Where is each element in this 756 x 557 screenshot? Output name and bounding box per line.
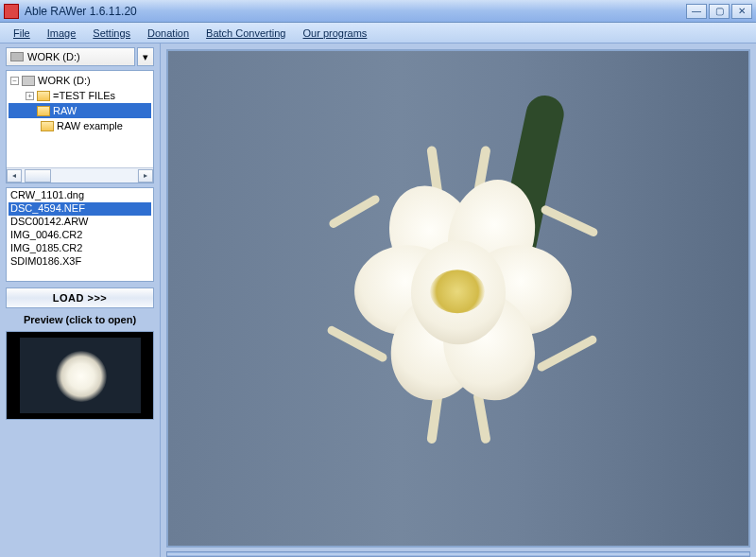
menu-donation[interactable]: Donation bbox=[140, 26, 197, 41]
menu-settings[interactable]: Settings bbox=[85, 26, 138, 41]
image-status-bar bbox=[166, 551, 750, 557]
file-list[interactable]: CRW_1101.dng DSC_4594.NEF DSC00142.ARW I… bbox=[6, 187, 154, 282]
tree-row[interactable]: RAW example bbox=[9, 118, 151, 133]
tree-item-label: =TEST FILEs bbox=[53, 90, 115, 101]
drive-label: WORK (D:) bbox=[27, 51, 80, 62]
chevron-down-icon: ▾ bbox=[143, 51, 148, 63]
tree-row[interactable]: + =TEST FILEs bbox=[9, 88, 151, 103]
main-area bbox=[161, 44, 756, 557]
tree-row-selected[interactable]: + RAW bbox=[9, 103, 151, 118]
drive-icon bbox=[10, 52, 24, 61]
image-content bbox=[298, 131, 619, 453]
menu-our-programs[interactable]: Our programs bbox=[296, 26, 375, 41]
scroll-track[interactable] bbox=[23, 169, 137, 183]
folder-tree[interactable]: − WORK (D:) + =TEST FILEs + RAW RAW exam… bbox=[6, 70, 154, 183]
titlebar[interactable]: Able RAWer 1.6.11.20 — ▢ ✕ bbox=[0, 0, 756, 23]
scroll-left-button[interactable]: ◂ bbox=[7, 169, 22, 183]
left-panel: WORK (D:) ▾ − WORK (D:) + =TEST FILEs bbox=[0, 44, 161, 557]
tree-item-label: RAW bbox=[53, 105, 77, 116]
collapse-icon[interactable]: − bbox=[10, 77, 19, 85]
menu-batch-converting[interactable]: Batch Converting bbox=[198, 26, 293, 41]
file-row[interactable]: DSC00142.ARW bbox=[9, 216, 151, 229]
window-title: Able RAWer 1.6.11.20 bbox=[25, 5, 684, 18]
scroll-right-button[interactable]: ▸ bbox=[138, 169, 153, 183]
tree-scrollbar[interactable]: ◂ ▸ bbox=[7, 167, 153, 183]
minimize-button[interactable]: — bbox=[686, 4, 707, 19]
tree-item-label: RAW example bbox=[57, 120, 123, 131]
expand-icon[interactable]: + bbox=[26, 92, 34, 100]
file-row[interactable]: CRW_1101.dng bbox=[9, 189, 151, 202]
folder-open-icon bbox=[37, 106, 50, 116]
file-row-selected[interactable]: DSC_4594.NEF bbox=[9, 202, 151, 216]
close-button[interactable]: ✕ bbox=[731, 4, 752, 19]
menu-image[interactable]: Image bbox=[40, 26, 84, 41]
drive-icon bbox=[22, 76, 35, 86]
maximize-button[interactable]: ▢ bbox=[709, 4, 730, 19]
folder-icon bbox=[37, 91, 50, 101]
folder-icon bbox=[41, 121, 54, 131]
load-button[interactable]: LOAD >>> bbox=[6, 287, 154, 308]
menu-file[interactable]: File bbox=[6, 26, 38, 41]
image-view[interactable] bbox=[166, 49, 750, 548]
preview-label: Preview (click to open) bbox=[6, 312, 154, 327]
file-row[interactable]: SDIM0186.X3F bbox=[9, 255, 151, 269]
tree-root-label: WORK (D:) bbox=[38, 75, 91, 86]
tree-row-root[interactable]: − WORK (D:) bbox=[9, 73, 151, 88]
file-row[interactable]: IMG_0185.CR2 bbox=[9, 242, 151, 255]
drive-dropdown-button[interactable]: ▾ bbox=[137, 47, 154, 66]
file-row[interactable]: IMG_0046.CR2 bbox=[9, 229, 151, 242]
menubar: File Image Settings Donation Batch Conve… bbox=[0, 23, 756, 44]
drive-selector[interactable]: WORK (D:) bbox=[6, 47, 135, 66]
preview-thumbnail[interactable] bbox=[6, 331, 154, 420]
app-icon bbox=[4, 4, 19, 19]
scroll-thumb[interactable] bbox=[25, 169, 51, 183]
